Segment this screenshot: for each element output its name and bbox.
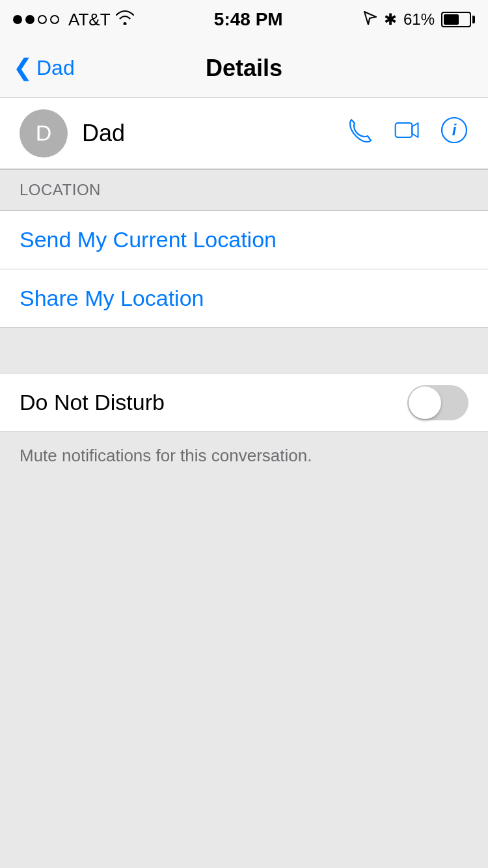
location-section-header: LOCATION — [0, 169, 488, 211]
carrier-label: AT&T — [68, 10, 111, 30]
contact-actions: i — [346, 116, 468, 150]
bottom-fill — [0, 480, 488, 868]
info-icon[interactable]: i — [440, 116, 468, 150]
share-my-location-row[interactable]: Share My Location — [0, 269, 488, 328]
signal-dot-2 — [25, 15, 34, 24]
avatar-initial: D — [36, 120, 52, 146]
wifi-icon — [116, 10, 134, 29]
back-label: Dad — [36, 56, 75, 80]
signal-dot-4 — [50, 15, 59, 24]
status-bar: AT&T 5:48 PM ✱ 61% — [0, 0, 488, 39]
send-current-location-label: Send My Current Location — [20, 227, 277, 252]
svg-rect-0 — [396, 123, 413, 137]
dnd-toggle[interactable] — [407, 385, 468, 420]
bluetooth-icon: ✱ — [384, 10, 397, 29]
battery-percent: 61% — [403, 10, 435, 29]
signal-dot-1 — [13, 15, 22, 24]
send-current-location-row[interactable]: Send My Current Location — [0, 211, 488, 269]
chevron-left-icon: ❮ — [13, 54, 33, 81]
section-gap — [0, 328, 488, 373]
avatar: D — [20, 109, 68, 157]
status-time: 5:48 PM — [214, 9, 283, 30]
status-right: ✱ 61% — [363, 10, 475, 29]
toggle-thumb — [409, 387, 441, 419]
battery-indicator — [441, 12, 475, 27]
dnd-row: Do Not Disturb — [0, 373, 488, 432]
nav-bar: ❮ Dad Details — [0, 39, 488, 98]
location-header-text: LOCATION — [20, 181, 101, 199]
mute-note: Mute notifications for this conversation… — [0, 432, 488, 480]
svg-text:i: i — [452, 121, 457, 139]
signal-dots — [13, 15, 59, 24]
phone-icon[interactable] — [346, 116, 375, 150]
location-arrow-icon — [363, 10, 377, 29]
dnd-label: Do Not Disturb — [20, 390, 407, 415]
contact-name: Dad — [82, 120, 346, 147]
video-icon[interactable] — [393, 116, 422, 150]
mute-note-text: Mute notifications for this conversation… — [20, 446, 312, 465]
signal-dot-3 — [38, 15, 47, 24]
nav-title: Details — [206, 55, 282, 82]
status-left: AT&T — [13, 10, 134, 30]
back-button[interactable]: ❮ Dad — [13, 55, 75, 81]
share-my-location-label: Share My Location — [20, 286, 204, 311]
contact-row: D Dad i — [0, 98, 488, 169]
